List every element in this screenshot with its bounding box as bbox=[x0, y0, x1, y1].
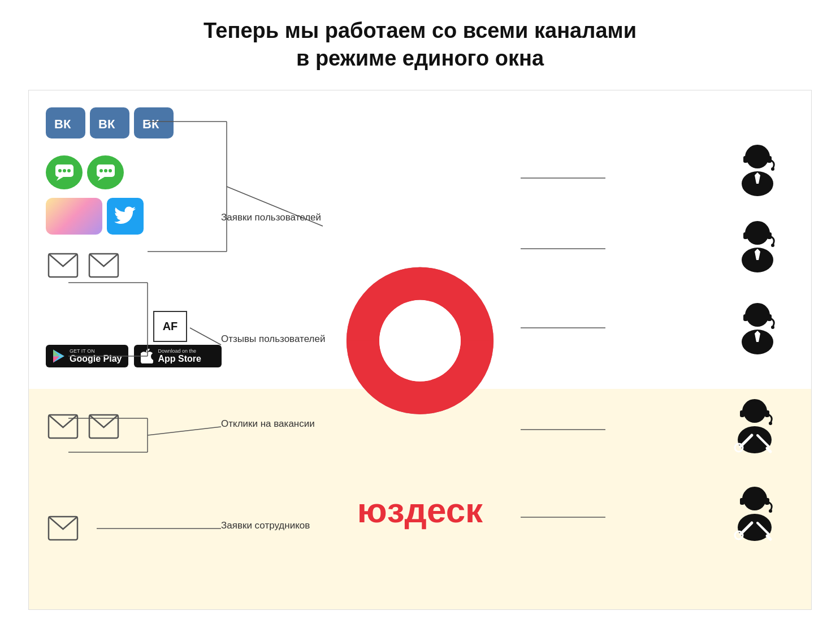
appstore-top-label: Download on the bbox=[158, 348, 201, 354]
email-icon-5 bbox=[46, 514, 80, 543]
agent-3 bbox=[732, 300, 783, 358]
vk-icon-3: ВК bbox=[134, 107, 174, 138]
label-vacancies: Отклики на вакансии bbox=[221, 418, 315, 430]
agent-5-icon bbox=[726, 483, 783, 545]
svg-point-23 bbox=[63, 169, 66, 172]
appstore-main-label: App Store bbox=[158, 354, 201, 364]
chat-icon-2 bbox=[87, 155, 124, 189]
agent-2 bbox=[732, 218, 783, 276]
center-logo bbox=[341, 262, 499, 422]
svg-rect-69 bbox=[740, 498, 744, 505]
agent-5 bbox=[726, 483, 783, 548]
email-row-1 bbox=[46, 252, 120, 280]
agent-1-icon bbox=[732, 141, 783, 198]
svg-point-22 bbox=[58, 169, 62, 172]
svg-line-66 bbox=[767, 448, 770, 452]
page-container: Теперь мы работаем со всеми каналами в р… bbox=[0, 0, 840, 628]
svg-marker-30 bbox=[98, 177, 105, 181]
gplay-top-label: GET IT ON bbox=[70, 348, 122, 354]
vk-icon-1: ВК bbox=[46, 107, 85, 138]
svg-rect-48 bbox=[743, 232, 748, 239]
label-requests-users: Заявки пользователей bbox=[221, 212, 321, 223]
email-icon-3 bbox=[46, 413, 80, 441]
agent-4 bbox=[726, 396, 783, 460]
google-play-button[interactable]: GET IT ON Google Play bbox=[46, 345, 128, 367]
svg-point-50 bbox=[771, 244, 774, 247]
store-buttons-group: GET IT ON Google Play Download on the Ap… bbox=[46, 345, 222, 367]
svg-text:ВК: ВК bbox=[54, 117, 71, 129]
svg-point-39 bbox=[379, 300, 461, 382]
email-row-3 bbox=[46, 514, 80, 543]
agent-2-icon bbox=[732, 218, 783, 274]
brand-text: юздеск bbox=[357, 490, 483, 530]
svg-point-27 bbox=[99, 169, 103, 172]
svg-line-75 bbox=[767, 536, 770, 539]
label-requests-employees: Заявки сотрудников bbox=[221, 520, 310, 531]
chat-icons-group bbox=[46, 155, 124, 189]
main-title: Теперь мы работаем со всеми каналами в р… bbox=[28, 17, 812, 73]
email-row-2 bbox=[46, 413, 120, 441]
email-icon-2 bbox=[86, 252, 120, 280]
diagram-area: ВК ВК ВК bbox=[28, 90, 812, 610]
svg-line-7 bbox=[190, 328, 221, 345]
label-reviews-users: Отзывы пользователей bbox=[221, 334, 325, 345]
svg-marker-25 bbox=[57, 177, 63, 181]
svg-rect-42 bbox=[743, 156, 748, 163]
instagram-placeholder bbox=[46, 198, 102, 235]
svg-point-24 bbox=[67, 169, 71, 172]
svg-point-28 bbox=[104, 169, 107, 172]
af-badge: AF bbox=[153, 311, 187, 342]
svg-point-29 bbox=[109, 169, 112, 172]
email-icon-4 bbox=[86, 413, 120, 441]
agent-4-icon bbox=[726, 396, 783, 458]
email-icon-1 bbox=[46, 252, 80, 280]
svg-text:ВК: ВК bbox=[98, 117, 115, 129]
vk-icon-2: ВК bbox=[90, 107, 129, 138]
svg-point-71 bbox=[769, 509, 772, 513]
gplay-main-label: Google Play bbox=[70, 354, 122, 364]
agent-3-icon bbox=[732, 300, 783, 356]
agent-1 bbox=[732, 141, 783, 200]
vk-icons-group: ВК ВК ВК bbox=[46, 107, 174, 138]
social-app-group bbox=[46, 198, 144, 235]
lifesaver-svg bbox=[341, 262, 499, 420]
app-store-button[interactable]: Download on the App Store bbox=[134, 345, 222, 367]
svg-point-62 bbox=[769, 422, 772, 425]
svg-rect-60 bbox=[740, 410, 744, 417]
svg-point-44 bbox=[771, 167, 774, 171]
svg-text:ВК: ВК bbox=[142, 117, 159, 129]
twitter-icon bbox=[107, 198, 144, 235]
svg-rect-54 bbox=[743, 314, 748, 321]
svg-point-56 bbox=[771, 326, 774, 329]
chat-icon-1 bbox=[46, 155, 83, 189]
